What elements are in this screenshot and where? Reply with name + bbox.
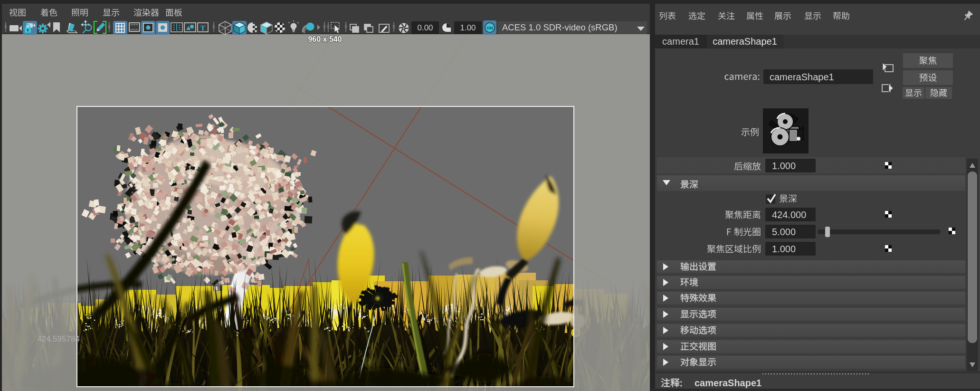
- svg-text:1.000: 1.000: [772, 161, 796, 171]
- svg-text:1.00: 1.00: [460, 23, 476, 32]
- svg-text:424.000: 424.000: [772, 210, 806, 220]
- svg-text:T: T: [200, 24, 205, 32]
- svg-text:cameraShape1: cameraShape1: [695, 378, 761, 388]
- svg-text:cameraShape1: cameraShape1: [770, 72, 834, 82]
- svg-text:ON: ON: [486, 26, 493, 30]
- svg-text:1.000: 1.000: [772, 244, 796, 254]
- svg-text:ACES 1.0 SDR-video (sRGB): ACES 1.0 SDR-video (sRGB): [502, 22, 618, 32]
- svg-text:5.000: 5.000: [772, 227, 796, 237]
- svg-text:cameraShape1: cameraShape1: [713, 36, 777, 47]
- svg-text:0.00: 0.00: [417, 23, 433, 32]
- svg-text:camera1: camera1: [662, 36, 699, 47]
